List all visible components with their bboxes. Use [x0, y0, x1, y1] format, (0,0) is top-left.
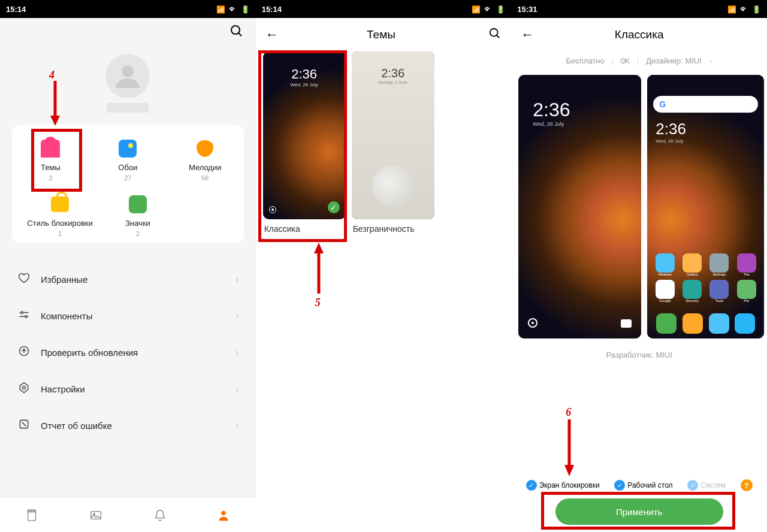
annotation-arrow-up-5: [313, 243, 325, 294]
svg-marker-8: [20, 383, 28, 393]
report-icon: [17, 418, 31, 433]
category-lockstyle[interactable]: Стиль блокировки 1: [18, 192, 102, 237]
svg-point-5: [21, 312, 23, 313]
annotation-number-5: 5: [315, 297, 321, 309]
option-system[interactable]: ✓ Систем: [687, 480, 726, 491]
lock-indicator-icon: [269, 206, 276, 213]
preview-time: 2:36 Wed, 26 July: [263, 66, 346, 87]
themes-icon: [41, 140, 60, 158]
avatar-icon: [105, 54, 150, 98]
status-bar: 15:31: [511, 0, 767, 18]
category-wallpaper[interactable]: Обои 27: [92, 137, 164, 182]
menu-updates[interactable]: Проверить обновления ›: [12, 334, 244, 371]
status-bar: 15:14: [0, 0, 256, 18]
wifi-icon: [740, 4, 748, 14]
back-button[interactable]: ←: [265, 27, 279, 43]
dock-camera-icon: [735, 313, 755, 334]
menu-settings[interactable]: Настройки ›: [12, 371, 244, 407]
nav-profile-icon[interactable]: [216, 507, 231, 523]
camera-icon: [621, 319, 632, 328]
google-logo-icon: G: [659, 99, 666, 109]
svg-point-9: [23, 386, 26, 389]
theme-card-classic[interactable]: 2:36 Wed, 26 July ✓ Классика: [263, 52, 346, 238]
status-bar: 15:14: [256, 0, 512, 18]
status-time: 15:14: [262, 5, 282, 14]
annotation-number-4: 4: [49, 69, 55, 81]
svg-marker-17: [50, 116, 60, 126]
nav-themes-icon[interactable]: [24, 507, 40, 523]
theme-previews[interactable]: 2:36 Wed, 26 July G 2:36 Wed, 26 July: [511, 75, 767, 338]
screen-theme-detail: 15:31 ← Классика Бесплатно | 0K | Дизайн…: [511, 0, 767, 532]
menu-favorites[interactable]: Избранные ›: [12, 261, 244, 298]
username-placeholder: [107, 103, 149, 113]
chevron-right-icon: ›: [235, 383, 239, 395]
dock-phone-icon: [656, 313, 677, 334]
preview-homescreen: G 2:36 Wed, 26 July Weather Gallery Sett…: [647, 75, 764, 338]
status-time: 15:14: [6, 5, 26, 14]
bottom-nav: [0, 497, 256, 532]
heart-icon: [17, 272, 31, 287]
svg-line-1: [238, 33, 241, 36]
option-desktop[interactable]: ✓ Рабочий стол: [614, 480, 672, 491]
help-icon[interactable]: ?: [741, 479, 753, 491]
menu-components[interactable]: Компоненты ›: [12, 298, 244, 334]
signal-icon: [216, 5, 225, 14]
wallpaper-icon: [119, 140, 137, 158]
check-icon: ✓: [614, 480, 625, 491]
theme-card-unlimited[interactable]: 2:36 Sunday, 2 June Безграничность: [352, 52, 434, 238]
screen-themes-list: 15:14 ← Темы 2:36 Wed, 26 July: [256, 0, 512, 532]
categories-card: Темы 2 Обои 27 Мелодии 56 Стиль блокиро: [12, 125, 244, 243]
chevron-right-icon: ›: [235, 419, 239, 432]
menu-report[interactable]: Отчет об ошибке ›: [12, 407, 244, 444]
svg-point-18: [490, 29, 498, 37]
check-icon: ✓: [526, 480, 537, 491]
option-lockscreen[interactable]: ✓ Экран блокировки: [526, 480, 600, 491]
svg-point-6: [25, 316, 27, 318]
lock-style-icon: [51, 197, 69, 212]
apply-button[interactable]: Применить: [555, 498, 723, 525]
nav-wallpaper-icon[interactable]: [88, 507, 104, 523]
selected-check-icon: ✓: [328, 201, 340, 213]
svg-point-2: [122, 65, 134, 77]
check-icon: ✓: [687, 480, 698, 491]
chevron-right-icon: ›: [235, 310, 239, 322]
chevron-right-icon: ›: [235, 273, 239, 286]
profile-avatar[interactable]: [0, 48, 256, 125]
svg-point-0: [231, 26, 240, 34]
sliders-icon: [17, 309, 31, 324]
search-icon[interactable]: [488, 27, 502, 43]
category-icons[interactable]: Значки 2: [102, 192, 174, 237]
svg-marker-23: [564, 465, 574, 476]
dock-browser-icon: [709, 313, 729, 334]
category-themes[interactable]: Темы 2: [14, 137, 86, 182]
update-icon: [17, 345, 31, 360]
theme-meta[interactable]: Бесплатно | 0K | Дизайнер: MIUI ›: [511, 52, 767, 75]
wifi-icon: [229, 4, 237, 14]
battery-icon: [752, 5, 761, 14]
menu-list: Избранные › Компоненты › Проверить обнов…: [0, 261, 256, 444]
preview-lockscreen: 2:36 Wed, 26 July: [518, 75, 641, 338]
lock-indicator-icon: [528, 318, 537, 328]
bottom-panel: ✓ Экран блокировки ✓ Рабочий стол ✓ Сист…: [511, 473, 767, 532]
icons-icon: [129, 195, 147, 213]
header: ← Классика: [511, 18, 767, 52]
preview-time: 2:36 Sunday, 2 June: [352, 66, 434, 84]
wifi-icon: [484, 4, 493, 14]
battery-icon: [241, 5, 250, 14]
svg-point-15: [222, 510, 226, 515]
ringtone-icon: [197, 140, 213, 157]
back-button[interactable]: ←: [521, 27, 534, 43]
signal-icon: [472, 5, 481, 14]
page-title: Темы: [288, 28, 475, 41]
header: ← Темы: [256, 18, 512, 52]
search-icon[interactable]: [230, 24, 244, 42]
annotation-number-6: 6: [566, 406, 571, 419]
category-ringtone[interactable]: Мелодии 56: [169, 137, 241, 182]
nav-ringtone-icon[interactable]: [152, 507, 168, 523]
page-title: Классика: [534, 28, 744, 41]
battery-icon: [496, 5, 505, 14]
signal-icon: [727, 5, 736, 14]
developer-info: Разработчик: MIUI: [511, 338, 767, 383]
svg-line-19: [497, 35, 500, 38]
status-time: 15:31: [517, 5, 537, 14]
